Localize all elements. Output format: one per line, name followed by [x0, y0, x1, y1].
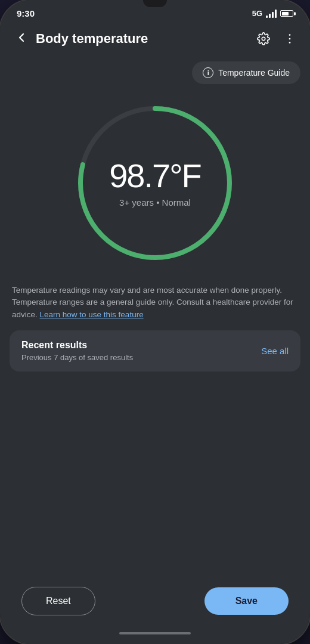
- 5g-indicator: 5G: [252, 9, 262, 18]
- recent-results-title: Recent results: [21, 340, 133, 351]
- phone-frame: 9:30 5G: [0, 0, 310, 644]
- signal-icon: [266, 10, 277, 18]
- save-button[interactable]: Save: [204, 587, 289, 615]
- info-icon: i: [203, 67, 213, 78]
- temperature-sublabel: 3+ years • Normal: [109, 197, 201, 208]
- temperature-display: 98.7°F 3+ years • Normal: [10, 94, 300, 284]
- home-indicator: [0, 627, 310, 644]
- status-time: 9:30: [17, 8, 35, 18]
- home-bar: [119, 632, 191, 634]
- notch: [143, 0, 167, 7]
- temp-content: 98.7°F 3+ years • Normal: [109, 159, 201, 208]
- svg-point-2: [289, 38, 291, 40]
- more-icon: [283, 32, 296, 45]
- svg-point-1: [289, 34, 291, 36]
- status-icons: 5G: [252, 9, 293, 18]
- see-all-button[interactable]: See all: [261, 346, 289, 356]
- temperature-value: 98.7°F: [109, 159, 201, 193]
- guide-btn-container: i Temperature Guide: [10, 57, 300, 94]
- temp-circle-wrapper: 98.7°F 3+ years • Normal: [72, 100, 238, 267]
- settings-button[interactable]: [253, 28, 274, 49]
- top-nav: Body temperature: [0, 23, 310, 57]
- reset-button[interactable]: Reset: [21, 587, 95, 615]
- recent-results-subtitle: Previous 7 days of saved results: [21, 353, 133, 362]
- recent-results-card: Recent results Previous 7 days of saved …: [10, 330, 300, 371]
- main-content: i Temperature Guide 98.7°F 3+ years • No…: [0, 57, 310, 627]
- bottom-buttons: Reset Save: [10, 577, 300, 627]
- gear-icon: [257, 32, 270, 45]
- nav-icons: [253, 28, 300, 49]
- disclaimer-text: Temperature readings may vary and are mo…: [10, 284, 300, 330]
- spacer: [10, 381, 300, 577]
- battery-icon: [280, 10, 293, 17]
- svg-point-3: [289, 42, 291, 44]
- learn-more-link[interactable]: Learn how to use this feature: [40, 310, 144, 319]
- guide-btn-label: Temperature Guide: [218, 68, 290, 78]
- screen: 9:30 5G: [0, 0, 310, 644]
- svg-point-0: [262, 37, 265, 41]
- more-options-button[interactable]: [279, 28, 300, 49]
- back-button[interactable]: [10, 28, 33, 49]
- temperature-guide-button[interactable]: i Temperature Guide: [192, 61, 300, 84]
- page-title: Body temperature: [36, 31, 253, 47]
- back-arrow-icon: [14, 30, 29, 45]
